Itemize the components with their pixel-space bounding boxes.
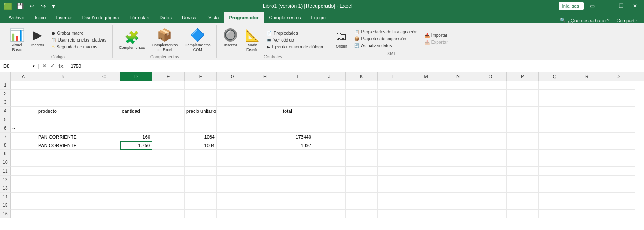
cell-J11[interactable]: [313, 167, 346, 176]
cell-F3[interactable]: [185, 98, 217, 107]
cell-B13[interactable]: [36, 184, 88, 193]
cell-S8[interactable]: [603, 141, 635, 150]
cell-R10[interactable]: [571, 158, 603, 167]
cell-E4[interactable]: [152, 107, 185, 115]
cell-O14[interactable]: [474, 193, 507, 201]
cell-H15[interactable]: [249, 201, 281, 210]
row-num-13[interactable]: 13: [0, 184, 11, 193]
cell-F13[interactable]: [185, 184, 217, 193]
cell-R9[interactable]: [571, 150, 603, 158]
cell-M9[interactable]: [410, 150, 442, 158]
cell-P15[interactable]: [507, 201, 539, 210]
tab-programador[interactable]: Programador: [224, 12, 264, 23]
col-header-S[interactable]: S: [603, 72, 635, 81]
cell-N10[interactable]: [442, 158, 474, 167]
cell-C4[interactable]: [88, 107, 120, 115]
cell-F14[interactable]: [185, 193, 217, 201]
cell-Q4[interactable]: [539, 107, 571, 115]
cell-D10[interactable]: [120, 158, 152, 167]
cell-S16[interactable]: [603, 210, 635, 218]
cell-H12[interactable]: [249, 176, 281, 184]
cell-A15[interactable]: [11, 201, 36, 210]
cell-A12[interactable]: [11, 176, 36, 184]
cell-I3[interactable]: [281, 98, 313, 107]
cell-S14[interactable]: [603, 193, 635, 201]
cell-G4[interactable]: [217, 107, 249, 115]
cell-D11[interactable]: [120, 167, 152, 176]
row-num-12[interactable]: 12: [0, 176, 11, 184]
cell-D13[interactable]: [120, 184, 152, 193]
cell-J7[interactable]: [313, 133, 346, 141]
ribbon-search-placeholder[interactable]: ¿Qué desea hacer?: [568, 18, 609, 23]
cell-P6[interactable]: [507, 124, 539, 133]
cell-A2[interactable]: [11, 90, 36, 98]
col-header-J[interactable]: J: [313, 72, 346, 81]
cell-H13[interactable]: [249, 184, 281, 193]
cell-K5[interactable]: [346, 115, 378, 124]
cell-L15[interactable]: [378, 201, 410, 210]
col-header-P[interactable]: P: [507, 72, 539, 81]
cell-N4[interactable]: [442, 107, 474, 115]
row-num-8[interactable]: 8: [0, 141, 11, 150]
cell-G10[interactable]: [217, 158, 249, 167]
cell-F16[interactable]: [185, 210, 217, 218]
grabar-macro-button[interactable]: ⏺ Grabar macro: [49, 30, 109, 36]
confirm-formula-icon[interactable]: ✓: [49, 62, 56, 70]
complementos-button[interactable]: 🧩 Complementos: [116, 29, 148, 51]
cell-P16[interactable]: [507, 210, 539, 218]
cell-J5[interactable]: [313, 115, 346, 124]
cell-D9[interactable]: [120, 150, 152, 158]
cell-B10[interactable]: [36, 158, 88, 167]
cell-S3[interactable]: [603, 98, 635, 107]
tab-insertar[interactable]: Insertar: [51, 12, 77, 23]
cell-H4[interactable]: [249, 107, 281, 115]
cell-I14[interactable]: [281, 193, 313, 201]
cell-E15[interactable]: [152, 201, 185, 210]
cell-L12[interactable]: [378, 176, 410, 184]
cell-C14[interactable]: [88, 193, 120, 201]
cell-H6[interactable]: [249, 124, 281, 133]
col-header-C[interactable]: C: [88, 72, 120, 81]
cell-M7[interactable]: [410, 133, 442, 141]
modo-diseno-button[interactable]: 📐 ModoDiseño: [242, 27, 262, 54]
cell-Q8[interactable]: [539, 141, 571, 150]
cell-A10[interactable]: [11, 158, 36, 167]
cancel-formula-icon[interactable]: ✕: [41, 62, 48, 70]
cell-M2[interactable]: [410, 90, 442, 98]
col-header-L[interactable]: L: [378, 72, 410, 81]
cell-R2[interactable]: [571, 90, 603, 98]
cell-K9[interactable]: [346, 150, 378, 158]
col-header-Q[interactable]: Q: [539, 72, 571, 81]
cell-S15[interactable]: [603, 201, 635, 210]
cell-F7[interactable]: 1084: [185, 133, 217, 141]
cell-A1[interactable]: [11, 81, 36, 90]
cell-K12[interactable]: [346, 176, 378, 184]
cell-reference-box[interactable]: D8 ▾: [0, 64, 39, 69]
cell-N13[interactable]: [442, 184, 474, 193]
cell-P3[interactable]: [507, 98, 539, 107]
cell-B9[interactable]: [36, 150, 88, 158]
cell-S13[interactable]: [603, 184, 635, 193]
cell-H7[interactable]: [249, 133, 281, 141]
cell-A16[interactable]: [11, 210, 36, 218]
cell-K10[interactable]: [346, 158, 378, 167]
cell-Q6[interactable]: [539, 124, 571, 133]
cell-D12[interactable]: [120, 176, 152, 184]
cell-M1[interactable]: [410, 81, 442, 90]
cell-I5[interactable]: [281, 115, 313, 124]
cell-P11[interactable]: [507, 167, 539, 176]
cell-F11[interactable]: [185, 167, 217, 176]
complementos-com-button[interactable]: 🔷 ComplementosCOM: [182, 27, 213, 54]
cell-B5[interactable]: [36, 115, 88, 124]
cell-R16[interactable]: [571, 210, 603, 218]
cell-K14[interactable]: [346, 193, 378, 201]
cell-A13[interactable]: [11, 184, 36, 193]
cell-K16[interactable]: [346, 210, 378, 218]
tab-complementos[interactable]: Complementos: [264, 12, 306, 23]
cell-N14[interactable]: [442, 193, 474, 201]
cell-A8[interactable]: [11, 141, 36, 150]
cell-Q15[interactable]: [539, 201, 571, 210]
cell-K7[interactable]: [346, 133, 378, 141]
cell-J8[interactable]: [313, 141, 346, 150]
cell-A6[interactable]: ~: [11, 124, 36, 133]
